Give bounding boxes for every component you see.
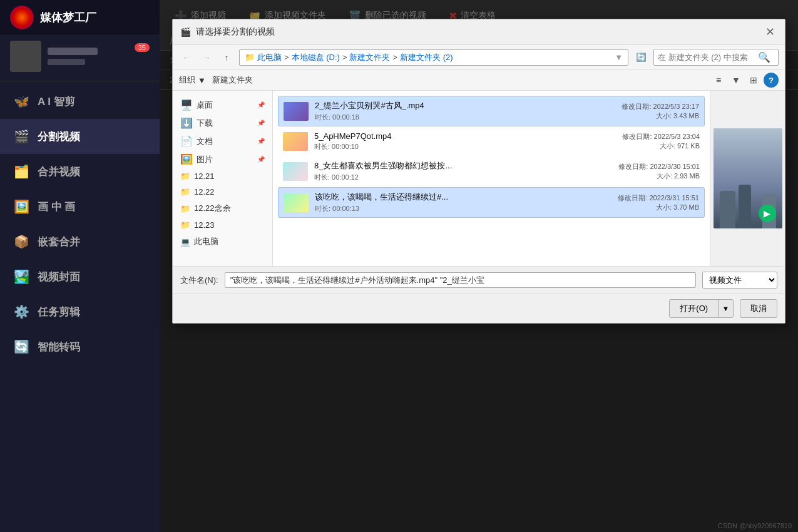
dialog-actions: 打开(O) ▼ 取消 bbox=[173, 294, 785, 323]
help-button[interactable]: ? bbox=[764, 73, 779, 88]
download-icon: ⬇️ bbox=[180, 117, 193, 129]
folder-label-niyu: 12.22念余 bbox=[194, 203, 231, 214]
app-logo-area: 媒体梦工厂 bbox=[0, 0, 160, 34]
search-icon: 🔍 bbox=[758, 51, 770, 63]
file-details-1: 2_缇兰小宝贝别哭#古风_.mp4 时长: 00:00:18 bbox=[315, 100, 622, 122]
open-button-label: 打开(O) bbox=[670, 300, 719, 317]
pics-icon: 🖼️ bbox=[180, 153, 193, 165]
file-info-right-4: 修改日期: 2022/3/31 15:51 大小: 3.70 MB bbox=[618, 193, 699, 212]
folder-label-pics: 图片 bbox=[197, 154, 213, 165]
file-item-3[interactable]: 8_女生都喜欢被男生强吻都幻想被按... 时长: 00:00:12 修改日期: … bbox=[278, 156, 705, 186]
sidebar-item-merge-video[interactable]: 🗂️ 合并视频 bbox=[0, 154, 160, 189]
file-name-2: 5_ApHMeP7Qot.mp4 bbox=[314, 131, 622, 141]
user-sub-bar bbox=[48, 59, 85, 65]
file-item-2[interactable]: 5_ApHMeP7Qot.mp4 时长: 00:00:10 修改日期: 2022… bbox=[278, 128, 705, 155]
back-button[interactable]: ← bbox=[179, 50, 194, 65]
app-title: 媒体梦工厂 bbox=[40, 10, 96, 25]
sidebar-label-ai-cut: A I 智剪 bbox=[38, 95, 75, 109]
sidebar-folder-download[interactable]: ⬇️ 下载 📌 bbox=[173, 114, 272, 132]
notification-badge[interactable]: 35 bbox=[135, 43, 150, 52]
sidebar-folder-1222[interactable]: 📁 12.22 bbox=[173, 184, 272, 200]
address-path[interactable]: 📁 此电脑 > 本地磁盘 (D:) > 新建文件夹 > 新建文件夹 (2) ▼ bbox=[239, 49, 628, 66]
refresh-button[interactable]: 🔄 bbox=[633, 50, 648, 65]
folder-label-download: 下载 bbox=[197, 118, 213, 129]
path-dropdown-icon[interactable]: ▼ bbox=[615, 53, 623, 62]
user-info bbox=[48, 48, 150, 65]
sidebar-label-smart-convert: 智能转码 bbox=[38, 340, 80, 354]
pip-icon: 🖼️ bbox=[13, 198, 30, 215]
pin-icon4: 📌 bbox=[257, 156, 265, 163]
dialog-toolbar2: 组织 ▼ 新建文件夹 ≡ ▼ ⊞ ? bbox=[173, 70, 785, 91]
sidebar-item-nested-merge[interactable]: 📦 嵌套合并 bbox=[0, 224, 160, 259]
sidebar-item-ai-cut[interactable]: 🦋 A I 智剪 bbox=[0, 84, 160, 119]
cancel-button[interactable]: 取消 bbox=[740, 299, 777, 318]
path-icon: 📁 bbox=[245, 53, 255, 62]
sidebar-item-smart-convert[interactable]: 🔄 智能转码 bbox=[0, 329, 160, 364]
pin-icon3: 📌 bbox=[257, 138, 265, 145]
sidebar-label-pip: 画 中 画 bbox=[38, 200, 75, 214]
dialog-title-icon: 🎬 bbox=[180, 27, 191, 37]
dialog-filename-row: 文件名(N): 视频文件 bbox=[173, 266, 785, 294]
user-area: 35 bbox=[0, 34, 160, 78]
view-dropdown-button[interactable]: ▼ bbox=[729, 73, 744, 88]
sidebar-label-split-video: 分割视频 bbox=[38, 130, 80, 144]
open-button-arrow[interactable]: ▼ bbox=[719, 302, 733, 315]
path-segment-folder1[interactable]: 新建文件夹 bbox=[349, 52, 390, 63]
file-thumb-4 bbox=[284, 193, 309, 212]
forward-button[interactable]: → bbox=[199, 50, 214, 65]
sidebar-folder-mycomputer[interactable]: 💻 此电脑 bbox=[173, 233, 272, 250]
file-thumb-3 bbox=[283, 162, 308, 181]
sidebar-folder-1223[interactable]: 📁 12.23 bbox=[173, 217, 272, 233]
dialog-title: 🎬 请选择要分割的视频 bbox=[180, 26, 275, 38]
sidebar-folder-1222-niyu[interactable]: 📁 12.22念余 bbox=[173, 200, 272, 217]
filetype-select[interactable]: 视频文件 bbox=[702, 272, 777, 289]
path-segment-computer[interactable]: 此电脑 bbox=[257, 52, 282, 63]
organize-button[interactable]: 组织 ▼ bbox=[179, 74, 206, 86]
file-meta-1: 时长: 00:00:18 bbox=[315, 113, 622, 122]
mycomputer-icon: 💻 bbox=[180, 237, 190, 247]
sidebar-item-split-video[interactable]: 🎬 分割视频 bbox=[0, 119, 160, 154]
file-info-right-2: 修改日期: 2022/5/3 23:04 大小: 971 KB bbox=[622, 132, 700, 151]
file-meta-3: 时长: 00:00:12 bbox=[314, 173, 618, 182]
preview-play-button[interactable]: ▶ bbox=[759, 205, 776, 222]
sidebar-folder-docs[interactable]: 📄 文档 📌 bbox=[173, 132, 272, 150]
search-input[interactable] bbox=[658, 53, 758, 62]
pin-icon2: 📌 bbox=[257, 120, 265, 126]
file-name-1: 2_缇兰小宝贝别哭#古风_.mp4 bbox=[315, 100, 622, 111]
docs-icon: 📄 bbox=[180, 135, 193, 147]
filename-input[interactable] bbox=[225, 272, 696, 288]
folder-1223-icon: 📁 bbox=[180, 220, 190, 230]
sidebar-label-task-edit: 任务剪辑 bbox=[38, 305, 80, 319]
sidebar-folder-1221[interactable]: 📁 12.21 bbox=[173, 168, 272, 184]
dialog-addressbar: ← → ↑ 📁 此电脑 > 本地磁盘 (D:) > 新建文件夹 > 新建文件夹 … bbox=[173, 45, 785, 70]
file-name-3: 8_女生都喜欢被男生强吻都幻想被按... bbox=[314, 160, 618, 171]
sidebar-folder-pics[interactable]: 🖼️ 图片 📌 bbox=[173, 150, 272, 168]
file-thumb-1 bbox=[284, 102, 309, 121]
open-button[interactable]: 打开(O) ▼ bbox=[669, 299, 734, 318]
nested-merge-icon: 📦 bbox=[13, 233, 30, 250]
folder-label-1222: 12.22 bbox=[194, 187, 215, 197]
sidebar-item-pip[interactable]: 🖼️ 画 中 画 bbox=[0, 189, 160, 224]
file-item-4[interactable]: 该吃吃，该喝喝，生活还得继续过#... 时长: 00:00:13 修改日期: 2… bbox=[278, 187, 705, 218]
up-button[interactable]: ↑ bbox=[219, 50, 234, 65]
view-details-button[interactable]: ≡ bbox=[711, 73, 726, 88]
file-meta-4: 时长: 00:00:13 bbox=[315, 204, 618, 213]
path-segment-folder2[interactable]: 新建文件夹 (2) bbox=[400, 52, 453, 63]
view-grid-button[interactable]: ⊞ bbox=[746, 73, 761, 88]
file-item-1[interactable]: 2_缇兰小宝贝别哭#古风_.mp4 时长: 00:00:18 修改日期: 202… bbox=[278, 96, 705, 126]
dialog-title-text: 请选择要分割的视频 bbox=[196, 26, 275, 38]
sidebar-label-merge-video: 合并视频 bbox=[38, 165, 80, 179]
video-cover-icon: 🏞️ bbox=[13, 268, 30, 285]
user-name-bar bbox=[48, 48, 98, 55]
sidebar-folder-desktop[interactable]: 🖥️ 桌面 📌 bbox=[173, 96, 272, 114]
filename-label: 文件名(N): bbox=[180, 275, 218, 286]
new-folder-button[interactable]: 新建文件夹 bbox=[212, 74, 253, 86]
preview-image: ▶ bbox=[714, 128, 782, 228]
dialog-body: 🖥️ 桌面 📌 ⬇️ 下载 📌 📄 文档 📌 bbox=[173, 91, 785, 266]
ai-cut-icon: 🦋 bbox=[13, 93, 30, 110]
file-meta-2: 时长: 00:00:10 bbox=[314, 142, 622, 151]
path-segment-disk[interactable]: 本地磁盘 (D:) bbox=[292, 52, 340, 63]
sidebar-item-video-cover[interactable]: 🏞️ 视频封面 bbox=[0, 259, 160, 294]
sidebar-item-task-edit[interactable]: ⚙️ 任务剪辑 bbox=[0, 294, 160, 329]
dialog-close-button[interactable]: ✕ bbox=[762, 24, 777, 39]
